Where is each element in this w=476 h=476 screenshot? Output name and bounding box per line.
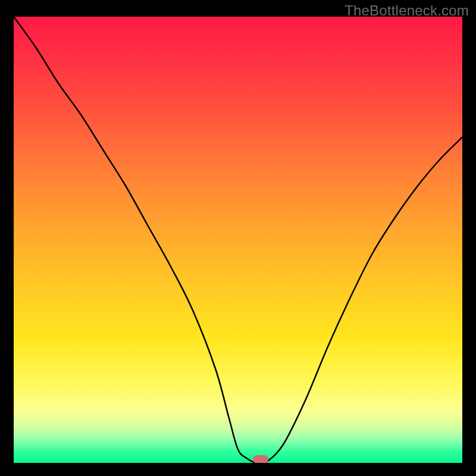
minimum-marker-icon — [253, 455, 268, 463]
chart-frame: TheBottleneck.com — [0, 0, 476, 476]
bottleneck-curve — [14, 17, 462, 463]
watermark-text: TheBottleneck.com — [345, 2, 469, 19]
plot-area — [14, 17, 462, 463]
